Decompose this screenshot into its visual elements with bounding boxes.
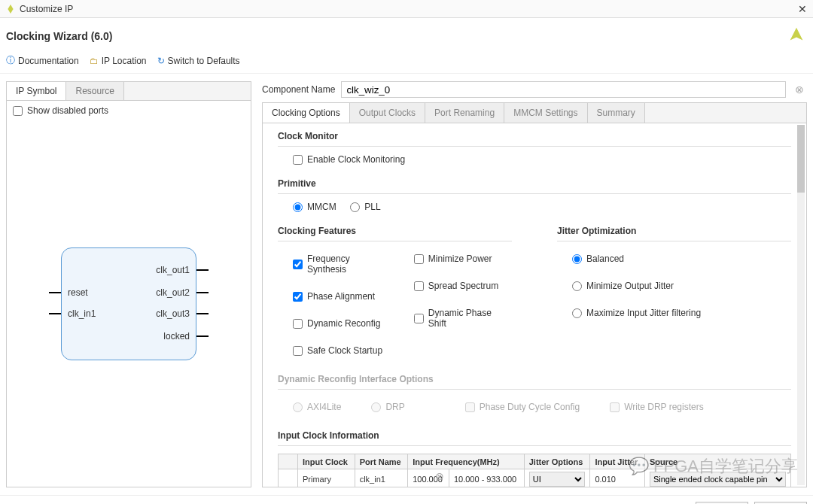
primitive-pll-label: PLL (364, 202, 380, 212)
freq-synthesis-checkbox[interactable] (293, 260, 303, 269)
wire (196, 269, 209, 271)
component-name-label: Component Name (262, 84, 335, 95)
tab-port-renaming[interactable]: Port Renaming (425, 103, 504, 123)
dynamic-reconfig-checkbox[interactable] (293, 319, 303, 329)
port-locked: locked (163, 331, 190, 342)
ici-h7: Source (644, 454, 790, 469)
phase-alignment-label: Phase Alignment (307, 291, 375, 302)
wire (196, 335, 209, 337)
freq-synthesis-label: Frequency Synthesis (307, 254, 391, 275)
ici-ij-0[interactable]: 0.010 (590, 469, 644, 487)
dri-phase-duty-label: Phase Duty Cycle Config (480, 402, 580, 412)
page-title: Clocking Wizard (6.0) (6, 30, 112, 42)
enable-clock-monitoring-checkbox[interactable] (293, 155, 303, 165)
app-logo-icon (6, 5, 15, 14)
safe-clock-startup-checkbox[interactable] (293, 346, 303, 356)
window-title: Customize IP (20, 4, 73, 14)
dri-axi4lite-label: AXI4Lite (307, 402, 341, 412)
jitter-heading: Jitter Optimization (557, 226, 791, 236)
dri-drp-label: DRP (385, 402, 404, 412)
ici-range-0: 10.000 - 933.000 (449, 469, 524, 487)
primitive-pll-radio[interactable] (350, 202, 360, 212)
tab-clocking-options[interactable]: Clocking Options (263, 103, 350, 123)
documentation-link[interactable]: ⓘ Documentation (6, 54, 79, 67)
info-icon: ⓘ (6, 54, 15, 67)
tab-output-clocks[interactable]: Output Clocks (350, 103, 425, 123)
toolbar: ⓘ Documentation 🗀 IP Location ↻ Switch t… (0, 53, 813, 74)
jitter-min-output-label: Minimize Output Jitter (586, 281, 674, 291)
port-clk-in1: clk_in1 (68, 308, 96, 319)
section-ici: Input Clock Information Input Clock Port… (278, 430, 791, 487)
dri-phase-duty-checkbox (465, 402, 475, 412)
section-jitter: Jitter Optimization Balanced Minimize Ou… (557, 226, 791, 360)
dynamic-phase-shift-checkbox[interactable] (414, 314, 424, 323)
dri-heading: Dynamic Reconfig Interface Options (278, 374, 791, 384)
dri-write-drp-checkbox (610, 402, 620, 412)
main-area: IP Symbol Resource Show disabled ports r… (0, 74, 813, 495)
tab-summary[interactable]: Summary (588, 103, 645, 123)
scrollbar-thumb[interactable] (797, 125, 805, 193)
jitter-max-input-label: Maximize Input Jitter filtering (586, 308, 701, 318)
ici-h5: Jitter Options (524, 454, 590, 469)
folder-icon: 🗀 (90, 56, 99, 66)
ici-h3: Input Frequency(MHz) (408, 454, 525, 469)
ici-jo-0[interactable]: UI (524, 469, 590, 487)
ip-location-label: IP Location (102, 56, 147, 66)
titlebar: Customize IP ✕ (0, 0, 813, 18)
show-disabled-row: Show disabled ports (7, 101, 251, 120)
clear-icon[interactable]: ⊗ (432, 470, 447, 482)
ip-location-link[interactable]: 🗀 IP Location (90, 56, 147, 66)
phase-alignment-checkbox[interactable] (293, 292, 303, 302)
config-tabs: Clocking Options Output Clocks Port Rena… (263, 103, 806, 123)
ici-h0 (279, 454, 298, 469)
ici-clock-0: Primary (298, 469, 355, 487)
port-clk-out1: clk_out1 (156, 265, 190, 275)
primitive-heading: Primitive (278, 178, 791, 189)
safe-clock-startup-label: Safe Clock Startup (307, 345, 382, 356)
wire (49, 292, 61, 293)
symbol-area: reset clk_in1 clk_out1 clk_out2 clk_out3… (7, 120, 251, 487)
port-clk-out2: clk_out2 (156, 287, 190, 298)
spread-spectrum-checkbox[interactable] (414, 281, 424, 291)
component-name-input[interactable] (341, 81, 786, 98)
dynamic-reconfig-label: Dynamic Reconfig (307, 318, 380, 329)
ici-h1: Input Clock (298, 454, 355, 469)
scrollbar-track[interactable] (797, 125, 805, 485)
jitter-balanced-radio[interactable] (572, 254, 582, 264)
section-clock-monitor: Clock Monitor Enable Clock Monitoring (278, 131, 791, 165)
jitter-max-input-radio[interactable] (572, 308, 582, 318)
right-panel: Component Name ⊗ Clocking Options Output… (262, 81, 807, 487)
close-icon[interactable]: ✕ (798, 3, 807, 15)
tab-resource[interactable]: Resource (66, 82, 123, 100)
tab-mmcm-settings[interactable]: MMCM Settings (504, 103, 587, 123)
ip-block: reset clk_in1 clk_out1 clk_out2 clk_out3… (61, 247, 196, 360)
port-clk-out3: clk_out3 (156, 308, 190, 319)
clear-icon[interactable]: ⊗ (792, 83, 807, 96)
left-panel: IP Symbol Resource Show disabled ports r… (6, 81, 251, 487)
dri-axi4lite-radio (293, 402, 303, 412)
component-name-row: Component Name ⊗ (262, 81, 807, 98)
show-disabled-checkbox[interactable] (13, 106, 23, 116)
port-reset: reset (68, 287, 88, 298)
primitive-mmcm-radio[interactable] (293, 202, 303, 212)
section-dri: Dynamic Reconfig Interface Options AXI4L… (278, 374, 791, 417)
ici-src-0[interactable]: Single ended clock capable pin (644, 469, 790, 487)
minimize-power-label: Minimize Power (428, 254, 492, 264)
switch-defaults-label: Switch to Defaults (168, 56, 240, 66)
primitive-mmcm-label: MMCM (307, 202, 336, 212)
jitter-min-output-radio[interactable] (572, 281, 582, 291)
tab-ip-symbol[interactable]: IP Symbol (7, 82, 66, 100)
ici-heading: Input Clock Information (278, 430, 791, 441)
minimize-power-checkbox[interactable] (414, 254, 424, 264)
ici-port-0[interactable]: clk_in1 (355, 469, 408, 487)
ici-h2: Port Name (355, 454, 408, 469)
ici-table: Input Clock Port Name Input Frequency(MH… (278, 454, 791, 487)
config-panel: Clocking Options Output Clocks Port Rena… (262, 102, 807, 487)
show-disabled-label: Show disabled ports (27, 105, 108, 116)
header: Clocking Wizard (6.0) (0, 18, 813, 53)
wire (196, 313, 209, 314)
dialog-buttons: OK Cancel (0, 495, 813, 504)
section-clocking-features: Clocking Features Frequency Synthesis Ph… (278, 226, 512, 360)
clock-monitor-heading: Clock Monitor (278, 131, 791, 141)
switch-defaults-link[interactable]: ↻ Switch to Defaults (157, 56, 240, 66)
